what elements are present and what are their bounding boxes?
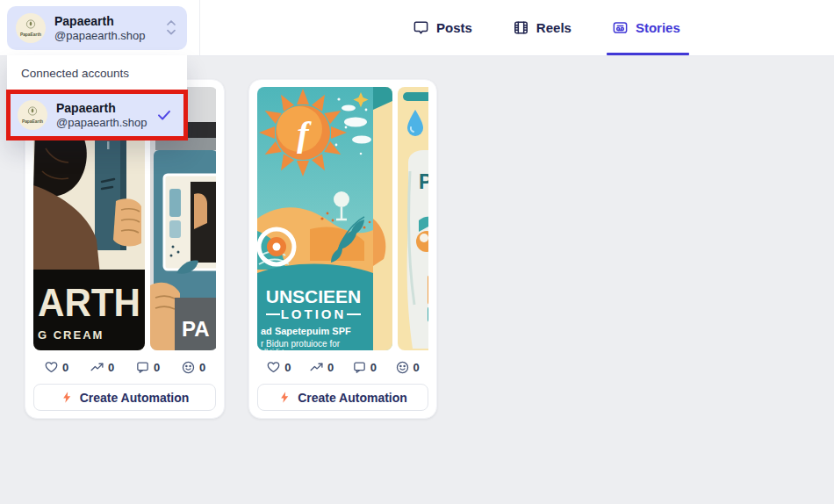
chevron-up-down-icon <box>164 16 178 40</box>
account-avatar: PapaEarth <box>16 13 46 43</box>
comments-count: 0 <box>370 361 377 374</box>
account-selector[interactable]: PapaEarth Papaearth @papaearth.shop <box>7 6 187 50</box>
avatar-label: PapaEarth <box>22 119 43 124</box>
header-divider <box>199 0 200 55</box>
comments-stat: 0 <box>352 360 377 375</box>
story-card: f <box>248 79 437 419</box>
heart-icon <box>266 360 281 375</box>
create-automation-button[interactable]: Create Automation <box>33 384 216 411</box>
story-thumbnail-sunscreen[interactable]: f <box>257 87 392 350</box>
reactions-count: 0 <box>413 361 420 374</box>
story-stats-row: 0 0 0 0 <box>257 358 428 376</box>
shares-stat: 0 <box>309 360 334 375</box>
connected-account-item[interactable]: PapaEarth Papaearth @papaearth.shop <box>11 94 183 136</box>
likes-stat: 0 <box>44 360 68 375</box>
banner-title-text: UNSCIEEN <box>266 286 362 306</box>
reactions-stat: 0 <box>395 360 420 375</box>
banner-line5-text: ll ti li t <box>264 348 284 350</box>
account-handle: @papaearth.shop <box>56 116 147 129</box>
account-handle: @papaearth.shop <box>54 29 146 42</box>
shares-stat: 0 <box>90 360 114 375</box>
tab-posts-label: Posts <box>436 20 472 35</box>
connected-accounts-dropdown: Connected accounts PapaEarth Papaearth @… <box>7 55 187 140</box>
smiley-icon <box>181 360 196 375</box>
heart-icon <box>44 360 59 375</box>
story-brand-text: ARTH <box>38 281 140 324</box>
create-automation-label: Create Automation <box>298 391 407 405</box>
story-thumbnail-sunscreen-bottle[interactable]: P <box>398 87 428 350</box>
stories-icon <box>612 19 629 36</box>
trending-up-icon <box>309 360 324 375</box>
dropdown-title: Connected accounts <box>7 55 187 90</box>
trending-up-icon <box>90 360 104 375</box>
red-annotation-box: PapaEarth Papaearth @papaearth.shop <box>6 90 188 140</box>
shares-count: 0 <box>327 361 334 374</box>
bottle-brand-text: P <box>419 170 428 193</box>
likes-count: 0 <box>62 361 68 374</box>
banner-subtitle-text: LOTION <box>281 306 347 321</box>
avatar-label: PapaEarth <box>20 32 41 37</box>
account-name: Papaearth <box>56 101 147 116</box>
comment-icon <box>135 360 150 375</box>
tab-stories[interactable]: Stories <box>612 0 680 54</box>
posts-icon <box>413 19 429 36</box>
lightning-bolt-icon <box>278 391 291 404</box>
comment-icon <box>352 360 367 375</box>
reactions-count: 0 <box>199 361 205 374</box>
create-automation-label: Create Automation <box>80 391 190 405</box>
lightning-bolt-icon <box>61 391 74 404</box>
smiley-icon <box>395 360 410 375</box>
story-thumbnails-strip: f <box>257 87 428 350</box>
top-bar: PapaEarth Papaearth @papaearth.shop Post… <box>0 0 834 56</box>
create-automation-button[interactable]: Create Automation <box>257 384 428 411</box>
story-stats-row: 0 0 0 0 <box>33 358 216 376</box>
active-tab-underline <box>607 53 689 55</box>
check-icon <box>156 107 172 123</box>
reactions-stat: 0 <box>181 360 205 375</box>
story-tagline-text: G CREAM <box>38 328 104 342</box>
likes-count: 0 <box>284 361 291 374</box>
likes-stat: 0 <box>266 360 291 375</box>
shares-count: 0 <box>108 361 114 374</box>
tab-posts[interactable]: Posts <box>413 0 472 54</box>
tab-stories-label: Stories <box>636 20 680 35</box>
account-name: Papaearth <box>54 14 146 29</box>
tab-reels-label: Reels <box>536 20 572 35</box>
content-tabs: Posts Reels Stories <box>413 0 680 54</box>
reels-icon <box>513 19 529 36</box>
comments-count: 0 <box>154 361 160 374</box>
banner-line3-text: ad Sapetepuim SPF <box>261 326 351 336</box>
story-brand-text: PA <box>182 317 210 341</box>
tab-reels[interactable]: Reels <box>513 0 572 54</box>
comments-stat: 0 <box>135 360 160 375</box>
account-avatar: PapaEarth <box>18 100 47 130</box>
